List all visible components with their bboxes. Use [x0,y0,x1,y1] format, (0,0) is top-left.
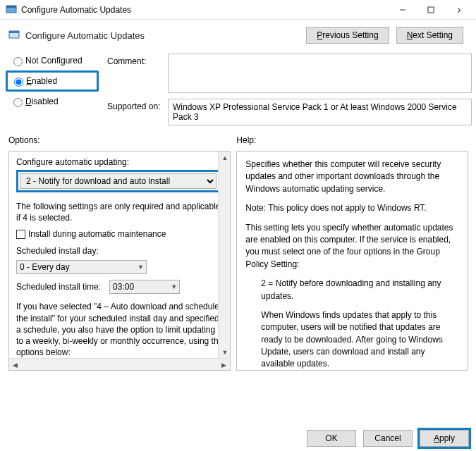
titlebar: Configure Automatic Updates › [0,0,476,20]
svg-rect-5 [9,31,19,33]
header: Configure Automatic Updates Previous Set… [0,20,476,48]
install-maintenance-label: Install during automatic maintenance [28,229,166,239]
help-pane: Help: Specifies whether this computer wi… [236,135,468,371]
cancel-button[interactable]: Cancel [363,430,413,447]
scroll-right-icon[interactable]: ▶ [218,359,230,371]
dialog-footer: OK Cancel Apply [307,430,469,447]
next-setting-button[interactable]: Next Setting [396,27,463,44]
policy-icon [8,30,20,41]
meta-area: Comment: Supported on: Windows XP Profes… [107,54,476,125]
install-maintenance-row[interactable]: Install during automatic maintenance [16,229,223,239]
options-hscrollbar[interactable]: ◀ ▶ [9,358,230,370]
sched-time-select[interactable]: 03:00 ▼ [109,280,180,294]
mode-select[interactable]: 2 - Notify for download and auto install [20,173,216,189]
radio-not-configured[interactable]: Not Configured [8,51,99,70]
radio-not-configured-input[interactable] [13,57,23,66]
ok-button[interactable]: OK [307,430,356,447]
enabled-highlight: Enabled [6,70,99,92]
window-icon [6,4,17,16]
install-maintenance-checkbox[interactable] [16,230,25,239]
options-label: Options: [8,135,231,145]
options-pane: Options: Configure automatic updating: 2… [8,135,231,371]
sched-day-label: Scheduled install day: [16,246,223,256]
apply-button[interactable]: Apply [420,430,469,447]
sched-day-select[interactable]: 0 - Every day ▼ [16,260,147,274]
supported-field: Windows XP Professional Service Pack 1 o… [168,99,472,125]
help-text: Specifies whether this computer will rec… [237,152,468,370]
options-paragraph: If you have selected "4 – Auto download … [16,301,223,358]
options-vscrollbar[interactable]: ▲ ▼ [218,152,230,358]
svg-rect-3 [428,7,434,13]
scroll-left-icon[interactable]: ◀ [9,359,21,371]
minimize-button[interactable] [389,1,417,18]
comment-field[interactable] [168,54,472,93]
chevron-down-icon: ▼ [171,283,177,290]
radio-enabled[interactable]: Enabled [9,74,92,88]
svg-rect-1 [6,6,16,8]
help-box: Specifies whether this computer will rec… [236,151,468,371]
radio-disabled[interactable]: Disabled [8,92,99,111]
radio-disabled-input[interactable] [13,98,23,107]
previous-setting-button[interactable]: Previous Setting [306,27,389,44]
scroll-down-icon[interactable]: ▼ [219,346,231,358]
options-note: The following settings are only required… [16,201,223,223]
supported-label: Supported on: [107,99,168,125]
radio-enabled-input[interactable] [14,78,23,87]
page-title: Configure Automatic Updates [25,30,145,41]
chevron-down-icon: ▼ [138,264,144,271]
comment-label: Comment: [107,54,168,93]
sched-time-label: Scheduled install time: [16,282,101,292]
next-arrow-button[interactable]: › [445,1,473,18]
options-box: Configure automatic updating: 2 - Notify… [8,151,231,371]
help-label: Help: [236,135,468,145]
configure-updating-label: Configure automatic updating: [16,157,223,167]
scroll-up-icon[interactable]: ▲ [219,152,231,163]
mode-select-highlight: 2 - Notify for download and auto install [16,170,220,192]
maximize-button[interactable] [417,1,445,18]
window-title: Configure Automatic Updates [21,5,389,15]
policy-state-group: Not Configured Enabled Disabled [0,48,99,111]
